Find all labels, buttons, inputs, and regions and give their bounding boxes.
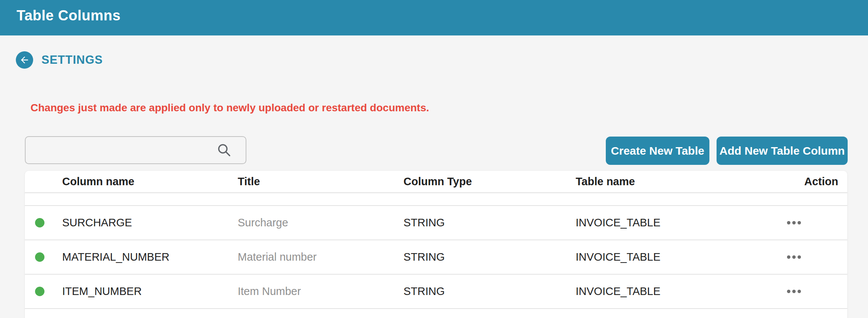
settings-label[interactable]: SETTINGS xyxy=(41,53,103,67)
status-cell xyxy=(25,252,62,262)
create-new-table-button[interactable]: Create New Table xyxy=(606,137,709,165)
cell-column-type: STRING xyxy=(403,251,576,263)
cell-column-name: MATERIAL_NUMBER xyxy=(62,251,238,263)
cell-column-type: STRING xyxy=(403,217,576,229)
cell-action xyxy=(741,286,847,297)
cell-title: Surcharge xyxy=(238,217,403,229)
status-cell xyxy=(25,287,62,296)
row-actions-button[interactable] xyxy=(783,286,805,297)
more-horizontal-icon xyxy=(787,255,801,259)
header-title: Title xyxy=(238,175,403,188)
cell-column-type: STRING xyxy=(403,285,576,298)
add-new-table-column-button[interactable]: Add New Table Column xyxy=(717,137,848,165)
status-dot-icon xyxy=(35,218,44,227)
page-title: Table Columns xyxy=(17,8,121,24)
warning-text: Changes just made are applied only to ne… xyxy=(31,102,429,114)
table-columns-table: Column name Title Column Type Table name… xyxy=(25,171,847,318)
status-cell xyxy=(25,218,62,227)
back-button[interactable] xyxy=(16,51,33,69)
status-dot-icon xyxy=(35,287,44,296)
table-header-row: Column name Title Column Type Table name… xyxy=(25,171,847,193)
settings-back-nav: SETTINGS xyxy=(16,51,103,69)
cell-table-name: INVOICE_TABLE xyxy=(576,251,741,263)
search-icon[interactable] xyxy=(216,142,232,158)
cell-title: Item Number xyxy=(238,285,403,298)
header-column-name: Column name xyxy=(62,175,238,188)
search-input[interactable] xyxy=(26,137,216,163)
cell-table-name: INVOICE_TABLE xyxy=(576,217,741,229)
search-box xyxy=(25,136,246,164)
table-scroll-spacer xyxy=(25,193,847,206)
row-actions-button[interactable] xyxy=(783,217,805,228)
arrow-left-icon xyxy=(19,55,30,65)
table-row: SURCHARGE Surcharge STRING INVOICE_TABLE xyxy=(25,206,847,240)
table-row: ITEM_NUMBER Item Number STRING INVOICE_T… xyxy=(25,275,847,309)
cell-column-name: ITEM_NUMBER xyxy=(62,285,238,298)
table-row: MATERIAL_NUMBER Material number STRING I… xyxy=(25,240,847,275)
cell-column-name: SURCHARGE xyxy=(62,217,238,229)
cell-table-name: INVOICE_TABLE xyxy=(576,285,741,298)
app-bar: Table Columns xyxy=(0,0,868,35)
more-horizontal-icon xyxy=(787,290,801,293)
header-table-name: Table name xyxy=(576,175,741,188)
status-dot-icon xyxy=(35,252,44,262)
table-row-partial xyxy=(25,309,847,318)
cell-action xyxy=(741,217,847,228)
cell-title: Material number xyxy=(238,251,403,263)
header-action: Action xyxy=(741,175,847,188)
header-column-type: Column Type xyxy=(403,175,576,188)
more-horizontal-icon xyxy=(787,221,801,224)
cell-action xyxy=(741,252,847,263)
row-actions-button[interactable] xyxy=(783,252,805,263)
